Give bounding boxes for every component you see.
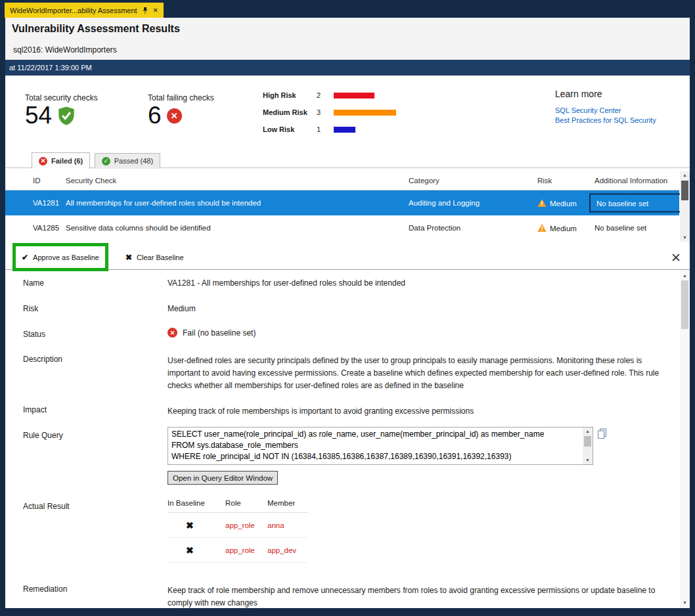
risk-label-high: High Risk xyxy=(263,91,317,99)
approve-as-baseline-button[interactable]: ✔ Approve as Baseline xyxy=(22,253,99,262)
row-risk-label: Medium xyxy=(550,224,577,232)
risk-bar-0 xyxy=(334,93,374,99)
row-id: VA1285 xyxy=(33,224,59,232)
results-table-header: ID Security Check Category Risk Addition… xyxy=(5,171,679,190)
ssms-window: WideWorldImporter...ability Assessment ✕… xyxy=(0,0,695,616)
row-category: Auditing and Logging xyxy=(409,199,480,207)
link-sql-security-center[interactable]: SQL Security Center xyxy=(555,106,656,116)
document-tab-title: WideWorldImporter...ability Assessment xyxy=(10,7,137,14)
details-close-icon[interactable]: ✕ xyxy=(671,250,681,265)
copy-query-icon[interactable] xyxy=(597,428,607,442)
query-line-2: FROM sys.database_role_members xyxy=(171,440,579,451)
tab-close-icon[interactable]: ✕ xyxy=(153,7,158,14)
col-additional-info: Additional Information xyxy=(594,177,667,185)
approve-label: Approve as Baseline xyxy=(33,253,99,261)
col-risk: Risk xyxy=(537,177,552,185)
link-best-practices[interactable]: Best Practices for SQL Security xyxy=(555,116,656,125)
fail-status-icon: ✕ xyxy=(168,328,177,338)
risk-legend: High Risk 2 Medium Risk 3 Low Risk 1 xyxy=(263,91,396,133)
scrollbar-thumb[interactable] xyxy=(681,280,688,329)
learn-more-title: Learn more xyxy=(555,89,656,99)
risk-label: Risk xyxy=(23,304,38,313)
query-line-1: SELECT user_name(role_principal_id) as r… xyxy=(171,429,579,440)
col-security-check: Security Check xyxy=(66,177,116,185)
description-label: Description xyxy=(23,355,62,364)
total-checks-value: 54 xyxy=(25,102,76,129)
clear-baseline-button[interactable]: ✖ Clear Baseline xyxy=(125,253,184,262)
scroll-up-icon[interactable]: ▲ xyxy=(680,171,690,179)
learn-more-section: Learn more SQL Security Center Best Prac… xyxy=(555,89,656,125)
server-database-label: sql2016: WideWorldImporters xyxy=(13,45,117,55)
scrollbar-thumb[interactable] xyxy=(681,181,688,200)
scrollbar-thumb[interactable] xyxy=(584,436,591,447)
document-tab-bar: WideWorldImporter...ability Assessment ✕ xyxy=(0,0,695,18)
baseline-toolbar: ✔ Approve as Baseline ✖ Clear Baseline ✕ xyxy=(5,245,690,270)
result-role: app_role xyxy=(225,546,267,554)
scroll-up-icon[interactable]: ▲ xyxy=(680,272,690,280)
remediation-label: Remediation xyxy=(23,584,67,594)
open-query-editor-button[interactable]: Open in Query Editor Window xyxy=(168,471,278,485)
scroll-down-icon[interactable]: ▼ xyxy=(680,599,690,607)
document-tab[interactable]: WideWorldImporter...ability Assessment ✕ xyxy=(5,3,164,18)
name-label: Name xyxy=(23,278,44,288)
passed-tab-icon: ✓ xyxy=(102,157,110,165)
col-role: Role xyxy=(225,499,267,507)
row-risk: Medium xyxy=(537,199,577,208)
no-baseline-annotation-box: No baseline set xyxy=(589,194,681,213)
failing-checks-label: Total failing checks xyxy=(148,93,214,102)
table-row-va1281[interactable]: VA1281 All memberships for user-defined … xyxy=(5,190,679,215)
risk-value: Medium xyxy=(168,304,196,313)
table-row-va1285[interactable]: VA1285 Sensitive data columns should be … xyxy=(5,215,679,240)
row-category: Data Protection xyxy=(409,224,460,232)
tab-failed[interactable]: ✕ Failed (6) xyxy=(32,152,90,169)
result-tabs: ✕ Failed (6) ✓ Passed (48) xyxy=(5,152,690,168)
results-table-scrollbar[interactable]: ▲ ▼ xyxy=(680,171,690,242)
fail-circle-icon: ✕ xyxy=(167,108,182,123)
scroll-up-icon[interactable]: ▲ xyxy=(583,428,593,435)
details-panel: Name VA1281 - All memberships for user-d… xyxy=(5,271,690,608)
risk-value-high: 2 xyxy=(317,91,334,99)
risk-label-medium: Medium Risk xyxy=(263,108,317,116)
name-value: VA1281 - All memberships for user-define… xyxy=(168,278,405,288)
col-member: Member xyxy=(267,499,308,507)
scroll-down-icon[interactable]: ▼ xyxy=(583,456,593,464)
impact-label: Impact xyxy=(23,405,47,414)
total-checks-label: Total security checks xyxy=(25,93,98,102)
actual-result-label: Actual Result xyxy=(23,502,70,511)
col-category: Category xyxy=(409,177,439,185)
actual-result-row: ✖ app_role app_dev xyxy=(168,538,308,563)
x-icon: ✖ xyxy=(125,253,132,262)
row-additional-info: No baseline set xyxy=(594,224,646,232)
status-text: Fail (no baseline set) xyxy=(183,328,256,338)
description-value: User-defined roles are security principa… xyxy=(168,355,661,392)
row-id: VA1281 xyxy=(33,199,59,207)
tab-failed-label: Failed (6) xyxy=(51,157,83,165)
clear-label: Clear Baseline xyxy=(137,253,184,261)
row-risk: Medium xyxy=(537,224,577,232)
not-in-baseline-icon: ✖ xyxy=(168,520,225,531)
risk-value-medium: 3 xyxy=(317,108,334,116)
query-scrollbar[interactable]: ▲ ▼ xyxy=(583,428,593,464)
warning-triangle-icon xyxy=(537,199,547,208)
details-scrollbar[interactable]: ▲ ▼ xyxy=(680,271,690,608)
warning-triangle-icon xyxy=(537,224,547,232)
rule-query-box: SELECT user_name(role_principal_id) as r… xyxy=(168,427,593,465)
rule-query-label: Rule Query xyxy=(23,431,63,440)
tab-passed-label: Passed (48) xyxy=(114,157,153,165)
failed-tab-icon: ✕ xyxy=(39,157,47,165)
actual-result-row: ✖ app_role anna xyxy=(168,513,308,538)
no-baseline-text: No baseline set xyxy=(596,199,648,207)
row-additional-info: No baseline set xyxy=(589,194,681,213)
col-id: ID xyxy=(33,177,41,185)
result-member: app_dev xyxy=(267,546,308,554)
pin-icon[interactable] xyxy=(142,7,148,14)
scroll-down-icon[interactable]: ▼ xyxy=(680,234,690,242)
not-in-baseline-icon: ✖ xyxy=(168,545,225,556)
risk-value-low: 1 xyxy=(317,125,334,133)
row-check: All memberships for user-defined roles s… xyxy=(66,199,261,207)
status-label: Status xyxy=(23,330,45,339)
failing-checks-value: 6 ✕ xyxy=(148,102,182,129)
result-member: anna xyxy=(267,521,308,529)
row-risk-label: Medium xyxy=(550,199,577,207)
tab-passed[interactable]: ✓ Passed (48) xyxy=(95,153,160,169)
